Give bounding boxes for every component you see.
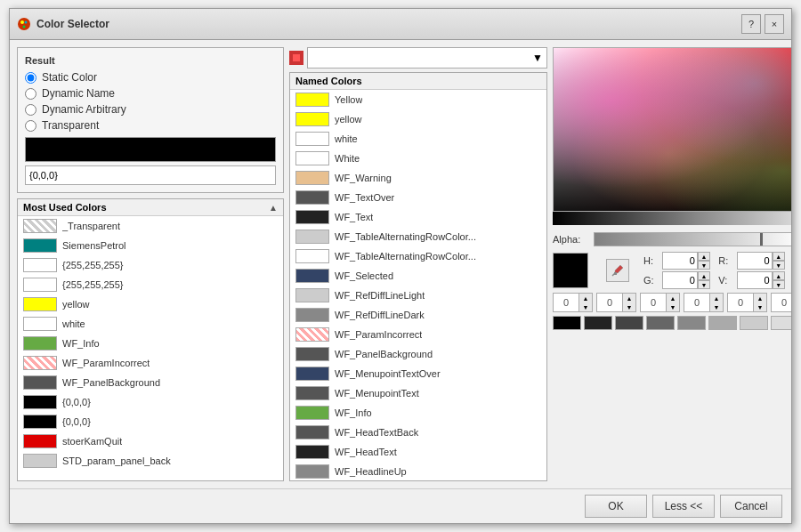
num-arrows-5[interactable]: ▲ ▼ [753, 294, 766, 311]
h-value-input[interactable] [662, 252, 698, 270]
num-up-4[interactable]: ▲ [710, 294, 723, 302]
color-gradient-picker[interactable] [553, 47, 791, 225]
history-swatch-4[interactable] [646, 316, 675, 330]
num-down-2[interactable]: ▼ [623, 302, 635, 311]
history-swatch-2[interactable] [584, 316, 612, 330]
num-arrows-3[interactable]: ▲ ▼ [666, 294, 679, 311]
radio-static-input[interactable] [25, 72, 36, 84]
r-label: R: [718, 255, 731, 266]
list-item[interactable]: WF_HeadTextBack [290, 423, 546, 442]
g-spin-up[interactable]: ▲ [698, 271, 710, 280]
list-item[interactable]: White [290, 149, 546, 168]
g-spinbutton[interactable]: ▲ ▼ [698, 271, 710, 289]
list-item[interactable]: WF_PanelBackground [290, 344, 546, 364]
named-colors-list[interactable]: Yellow yellow white White [290, 90, 546, 480]
num-arrows-1[interactable]: ▲ ▼ [578, 294, 592, 311]
list-item[interactable]: WF_TableAlternatingRowColor... [290, 246, 546, 266]
list-item[interactable]: WF_TableAlternatingRowColor... [290, 227, 546, 246]
list-item[interactable]: {0,0,0} [18, 412, 283, 431]
num-up-1[interactable]: ▲ [579, 294, 592, 302]
history-swatch-8[interactable] [771, 316, 791, 330]
num-arrows-2[interactable]: ▲ ▼ [622, 294, 635, 311]
list-item[interactable]: WF_Text [290, 207, 546, 227]
history-swatch-5[interactable] [677, 316, 706, 330]
list-item[interactable]: yellow [18, 294, 283, 314]
ok-button[interactable]: OK [585, 495, 647, 518]
radio-dynamic-arbitrary[interactable]: Dynamic Arbitrary [25, 103, 276, 116]
list-item[interactable]: Yellow [290, 90, 546, 109]
v-spin-up[interactable]: ▲ [773, 271, 785, 280]
list-item[interactable]: WF_RefDiffLineDark [290, 305, 546, 325]
r-spinbutton[interactable]: ▲ ▼ [773, 252, 785, 270]
color-code-input[interactable] [25, 165, 276, 185]
num-arrows-4[interactable]: ▲ ▼ [709, 294, 723, 311]
list-item[interactable]: WF_TextOver [290, 188, 546, 207]
alpha-slider[interactable] [594, 232, 791, 246]
radio-transparent[interactable]: Transparent [25, 119, 276, 132]
eyedropper-button[interactable] [606, 259, 629, 282]
named-colors-dropdown[interactable]: ▼ [307, 47, 547, 69]
list-item[interactable]: WF_HeadlineUp [290, 462, 546, 480]
g-value-input[interactable] [662, 271, 698, 289]
list-item[interactable]: WF_Warning [290, 168, 546, 188]
list-item[interactable]: {0,0,0} [18, 392, 283, 412]
help-button[interactable]: ? [741, 14, 761, 34]
less-button[interactable]: Less << [652, 495, 715, 518]
num-up-2[interactable]: ▲ [623, 294, 635, 302]
num-down-3[interactable]: ▼ [667, 302, 679, 311]
list-item[interactable]: yellow [290, 109, 546, 129]
g-spin-down[interactable]: ▼ [698, 280, 710, 289]
v-value-input[interactable] [737, 271, 773, 289]
scroll-up-arrow[interactable]: ▲ [269, 203, 278, 213]
list-item[interactable]: WF_MenupointTextOver [290, 364, 546, 383]
num-down-5[interactable]: ▼ [754, 302, 766, 311]
h-spin-up[interactable]: ▲ [698, 252, 710, 261]
num-down-1[interactable]: ▼ [579, 302, 592, 311]
h-spin-down[interactable]: ▼ [698, 261, 710, 270]
close-button[interactable]: × [765, 14, 784, 34]
r-value-input[interactable] [737, 252, 773, 270]
history-swatch-7[interactable] [740, 316, 768, 330]
radio-dynamic-name[interactable]: Dynamic Name [25, 87, 276, 100]
list-item[interactable]: STD_param_panel_back [18, 451, 283, 471]
radio-dynamic-name-input[interactable] [25, 88, 36, 100]
history-swatch-1[interactable] [553, 316, 581, 330]
list-item[interactable]: WF_RefDiffLineLight [290, 286, 546, 305]
v-spin-down[interactable]: ▼ [773, 280, 785, 289]
radio-static-color[interactable]: Static Color [25, 71, 276, 84]
list-item[interactable]: _Transparent [18, 216, 283, 236]
h-spinbutton[interactable]: ▲ ▼ [698, 252, 710, 270]
cancel-button[interactable]: Cancel [720, 495, 782, 518]
most-used-list[interactable]: _Transparent SiemensPetrol {255,255,255} [18, 216, 283, 480]
gradient-area[interactable] [553, 47, 791, 225]
num-down-4[interactable]: ▼ [710, 302, 723, 311]
history-swatch-6[interactable] [708, 316, 737, 330]
list-item[interactable]: SiemensPetrol [18, 236, 283, 255]
grayscale-bar[interactable] [553, 211, 791, 225]
r-spin-down[interactable]: ▼ [773, 261, 785, 270]
radio-transparent-input[interactable] [25, 120, 36, 132]
dynamic-arbitrary-label[interactable]: Dynamic Arbitrary [42, 103, 126, 116]
transparent-label[interactable]: Transparent [42, 119, 99, 132]
num-up-3[interactable]: ▲ [667, 294, 679, 302]
list-item[interactable]: white [290, 129, 546, 149]
list-item[interactable]: WF_ParamIncorrect [18, 353, 283, 373]
num-up-5[interactable]: ▲ [754, 294, 766, 302]
list-item[interactable]: WF_Selected [290, 266, 546, 286]
list-item[interactable]: stoerKamQuit [18, 431, 283, 451]
list-item[interactable]: WF_MenupointText [290, 383, 546, 403]
list-item[interactable]: WF_HeadText [290, 442, 546, 462]
list-item[interactable]: WF_ParamIncorrect [290, 325, 546, 344]
radio-dynamic-arbitrary-input[interactable] [25, 104, 36, 116]
list-item[interactable]: white [18, 314, 283, 334]
dynamic-name-label[interactable]: Dynamic Name [42, 87, 115, 100]
list-item[interactable]: WF_Info [290, 403, 546, 423]
r-spin-up[interactable]: ▲ [773, 252, 785, 261]
list-item[interactable]: {255,255,255} [18, 275, 283, 294]
list-item[interactable]: WF_PanelBackground [18, 373, 283, 392]
v-spinbutton[interactable]: ▲ ▼ [773, 271, 785, 289]
list-item[interactable]: {255,255,255} [18, 255, 283, 275]
history-swatch-3[interactable] [615, 316, 643, 330]
static-color-label[interactable]: Static Color [42, 71, 97, 84]
list-item[interactable]: WF_Info [18, 334, 283, 353]
